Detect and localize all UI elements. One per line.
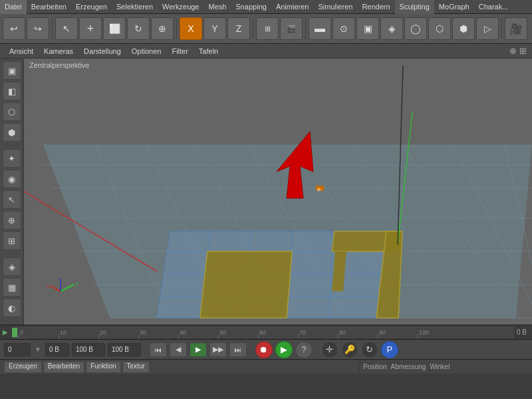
box-tool-button[interactable]: ⬜ (103, 17, 126, 40)
select-tool-button[interactable]: ↖ (55, 17, 78, 40)
menu-mesh[interactable]: Mesh (203, 0, 231, 14)
obj5-button[interactable]: ◯ (404, 17, 427, 40)
toolbar-divider-3 (253, 19, 253, 39)
view-btn[interactable]: ◐ (3, 299, 21, 317)
goto-end-button[interactable]: ⏭ (229, 342, 247, 357)
point-btn[interactable]: ✦ (3, 149, 21, 168)
help-button[interactable]: ? (295, 341, 313, 358)
move-btn[interactable]: ↖ (3, 190, 21, 209)
menu-werkzeuge[interactable]: Werkzeuge (158, 0, 203, 14)
move-icon-btn[interactable]: ✛ (321, 341, 338, 358)
next-frame-button[interactable]: ▶▶ (209, 342, 227, 357)
texture-btn[interactable]: ◧ (3, 82, 21, 100)
menu-datei[interactable]: Datei (0, 0, 27, 14)
undo-button[interactable]: ↩ (3, 17, 25, 40)
y-axis-button[interactable]: Y (203, 17, 226, 40)
viewport-expand-icon[interactable]: ⊕ (509, 46, 517, 56)
sidebar-sep-2 (4, 253, 20, 254)
menu-charak[interactable]: Charak... (474, 0, 513, 14)
tl-tick-80 (338, 334, 338, 338)
magnet-btn[interactable]: ◈ (3, 257, 21, 276)
x-axis-button[interactable]: X (180, 17, 202, 40)
toolbar-divider-5 (501, 19, 502, 39)
timeline-cursor[interactable] (12, 328, 17, 337)
tl-tick-20 (98, 334, 99, 338)
edge-btn[interactable]: ⬢ (3, 123, 21, 142)
extra1-button[interactable]: 🎥 (505, 17, 527, 40)
frame-total-field[interactable]: 100 B (108, 343, 141, 356)
viewport-layout-icon[interactable]: ⊞ (519, 46, 527, 56)
render-btn[interactable]: P (381, 341, 398, 358)
menu-selektieren[interactable]: Selektieren (112, 0, 158, 14)
tl-num-80: 80 (339, 329, 346, 336)
transport-sep-3 (317, 342, 317, 357)
select-btn[interactable]: ◉ (3, 170, 21, 188)
vp-menu-filter[interactable]: Filter (168, 44, 192, 59)
menu-bearbeiten[interactable]: Bearbeiten (27, 0, 71, 14)
obj6-button[interactable]: ⬡ (428, 17, 451, 40)
toolbar-divider-1 (52, 19, 53, 39)
z-axis-button[interactable]: Z (227, 17, 250, 40)
menu-mograph[interactable]: MoGraph (434, 0, 474, 14)
obj3-button[interactable]: ▣ (356, 17, 379, 40)
tl-tick-100 (418, 334, 418, 338)
loop-btn[interactable]: ↻ (361, 341, 378, 358)
timeline-track[interactable]: 0 10 20 30 40 50 60 70 80 90 100 (12, 327, 514, 338)
obj7-button[interactable]: ⬢ (452, 17, 475, 40)
viewport-header: Ansicht Kameras Darstellung Optionen Fil… (0, 44, 532, 59)
obj4-button[interactable]: ◈ (380, 17, 403, 40)
rotate-btn[interactable]: ⊕ (3, 211, 21, 229)
obj1-button[interactable]: ▬ (309, 17, 331, 40)
menu-animieren[interactable]: Animieren (271, 0, 314, 14)
vp-menu-darstellung[interactable]: Darstellung (80, 44, 125, 59)
redo-button[interactable]: ↪ (27, 17, 49, 40)
transport-bar: 0 ▼ 0 B 100 B 100 B ⏮ ◀ ▶ ▶▶ ⏭ ⏺ ▶ ? ✛ 🔑… (0, 339, 532, 359)
tl-num-30: 30 (140, 329, 146, 336)
goto-start-button[interactable]: ⏮ (150, 342, 167, 357)
st-abmessung-label: Abmessung (391, 363, 426, 370)
object-mode-btn[interactable]: ▣ (3, 61, 21, 80)
obj8-button[interactable]: ▷ (476, 17, 499, 40)
menu-snapping[interactable]: Snapping (231, 0, 271, 14)
vp-menu-optionen[interactable]: Optionen (128, 44, 166, 59)
tl-tick-90 (378, 334, 378, 338)
timeline-right-label: 0 B (514, 329, 529, 336)
play-button[interactable]: ▶ (190, 342, 207, 357)
polygon-btn[interactable]: ⬡ (3, 102, 21, 121)
transform-button[interactable]: ⊕ (151, 17, 174, 40)
timeline[interactable]: ▶ 0 10 20 30 40 50 60 70 80 90 100 0 B (0, 325, 532, 339)
st-funktion-btn[interactable]: Funktion (86, 361, 120, 373)
st-bearbeiten-btn[interactable]: Bearbeiten (43, 361, 84, 373)
rotate-tool-button[interactable]: ↻ (127, 17, 150, 40)
viewport[interactable]: Y X ⊞ Zentralperspektive (24, 59, 532, 325)
toolbar: ↩ ↪ ↖ + ⬜ ↻ ⊕ X Y Z ⊞ 🎬 ▬ ⊙ ▣ ◈ ◯ ⬡ ⬢ ▷ … (0, 14, 532, 44)
tl-tick-60 (258, 334, 259, 338)
tl-tick-70 (298, 334, 299, 338)
vp-menu-kameras[interactable]: Kameras (40, 44, 77, 59)
vp-menu-ansicht[interactable]: Ansicht (5, 44, 37, 59)
st-textur-btn[interactable]: Textur (122, 361, 150, 373)
st-erzeugen-btn[interactable]: Erzeugen (4, 361, 42, 373)
obj2-button[interactable]: ⊙ (332, 17, 355, 40)
frame-start-field[interactable]: 0 B (45, 343, 69, 356)
vp-menu-tafeln[interactable]: Tafeln (195, 44, 222, 59)
coord-sys-button[interactable]: ⊞ (256, 17, 279, 40)
tl-num-0: 0 (20, 329, 23, 336)
menu-erzeugen[interactable]: Erzeugen (71, 0, 112, 14)
keyframe-icon-btn[interactable]: 🔑 (341, 341, 358, 358)
keyframe-button[interactable]: 🎬 (280, 17, 303, 40)
scale-btn[interactable]: ⊞ (3, 231, 21, 250)
toolbar-divider-4 (305, 19, 306, 39)
frame-end-field[interactable]: 100 B (72, 343, 105, 356)
record-button[interactable]: ⏺ (255, 341, 273, 358)
menu-rendern[interactable]: Rendern (357, 0, 394, 14)
prev-frame-button[interactable]: ◀ (170, 342, 187, 357)
grid-btn[interactable]: ▦ (3, 278, 21, 297)
frame-current-field[interactable]: 0 (4, 343, 31, 356)
menu-sculpting[interactable]: Sculpting (395, 0, 434, 14)
add-button[interactable]: + (79, 17, 102, 40)
tl-num-100: 100 (419, 329, 429, 336)
menu-simulieren[interactable]: Simulieren (313, 0, 357, 14)
tl-tick-50 (218, 334, 219, 338)
play-anim-button[interactable]: ▶ (275, 341, 293, 358)
